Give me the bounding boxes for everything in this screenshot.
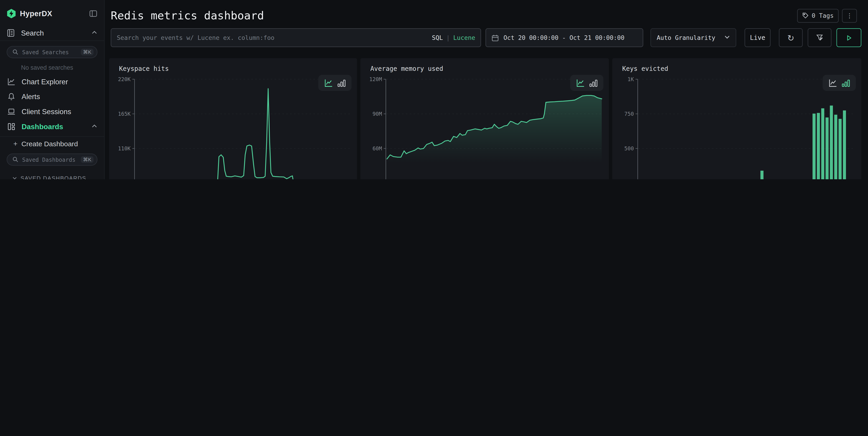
svg-text:120M: 120M xyxy=(369,76,382,82)
svg-text:750: 750 xyxy=(624,111,634,117)
lucene-mode-toggle[interactable]: Lucene xyxy=(453,34,475,41)
live-button[interactable]: Live xyxy=(745,28,771,47)
svg-text:165K: 165K xyxy=(118,111,131,117)
search-input[interactable]: Search your events w/ Lucene ex. column:… xyxy=(111,28,481,47)
section-label: SAVED DASHBOARDS xyxy=(21,175,86,179)
search-icon xyxy=(12,49,19,55)
granularity-value: Auto Granularity xyxy=(657,34,715,41)
line-chart-toggle-icon[interactable] xyxy=(324,78,333,87)
saved-searches-placeholder: Saved Searches xyxy=(22,49,69,55)
chart-plot: 120M90M60M30M0Oct 20 12:00:00 AM11:00:00… xyxy=(363,75,604,179)
page-title: Redis metrics dashboard xyxy=(111,9,264,22)
chart-panel: Average memory used 120M90M60M30M0Oct 20… xyxy=(360,58,609,179)
chart-title: Average memory used xyxy=(370,65,443,73)
sidebar: HyperDX Search Saved Searches ⌘K No save… xyxy=(0,0,105,179)
sidebar-collapse-icon[interactable] xyxy=(89,9,97,18)
filter-button[interactable] xyxy=(808,28,832,47)
bar-chart-toggle-icon[interactable] xyxy=(337,78,346,87)
chart-type-toggle[interactable] xyxy=(570,75,603,91)
laptop-icon xyxy=(7,108,16,116)
hyperdx-logo-icon xyxy=(7,9,16,18)
svg-text:90M: 90M xyxy=(373,111,382,117)
sidebar-item-label: Dashboards xyxy=(22,122,63,131)
saved-dashboards-input[interactable]: Saved Dashboards ⌘K xyxy=(7,153,97,166)
main-nav: Chart ExplorerAlertsClient SessionsDashb… xyxy=(0,74,104,134)
dashboard-grid: Keyspace hits 220K165K110K55K0Oct 20 12:… xyxy=(109,58,861,179)
svg-text:60M: 60M xyxy=(373,146,382,151)
play-icon xyxy=(845,34,852,41)
saved-searches-input[interactable]: Saved Searches ⌘K xyxy=(7,46,97,58)
chart-panel: Keyspace hits 220K165K110K55K0Oct 20 12:… xyxy=(109,58,357,179)
calendar-icon xyxy=(492,34,499,41)
create-dashboard-button[interactable]: + Create Dashboard xyxy=(0,137,104,151)
kbd-shortcut: ⌘K xyxy=(81,49,94,55)
mode-separator: | xyxy=(446,34,450,41)
sidebar-item-client-sessions[interactable]: Client Sessions xyxy=(0,104,104,119)
chart-title: Keyspace hits xyxy=(119,65,169,73)
chart-plot: 220K165K110K55K0Oct 20 12:00:00 AM11:00:… xyxy=(111,75,353,179)
chevron-down-icon xyxy=(724,34,730,41)
main-content: Redis metrics dashboard 0 Tags ⋮ Search … xyxy=(105,0,868,179)
create-dashboard-label: Create Dashboard xyxy=(21,140,78,148)
sidebar-item-alerts[interactable]: Alerts xyxy=(0,89,104,104)
chevron-up-icon[interactable] xyxy=(91,122,97,131)
logo-text: HyperDX xyxy=(20,9,52,18)
kebab-menu-button[interactable]: ⋮ xyxy=(842,9,857,23)
svg-text:500: 500 xyxy=(624,146,634,151)
bar-chart-toggle-icon[interactable] xyxy=(841,78,850,87)
search-placeholder: Search your events w/ Lucene ex. column:… xyxy=(117,34,275,41)
chart-type-toggle[interactable] xyxy=(823,75,856,91)
chart-title: Keys evicted xyxy=(622,65,668,73)
chevron-up-icon[interactable] xyxy=(91,28,97,37)
tag-icon xyxy=(802,12,809,19)
date-range-input[interactable]: Oct 20 00:00:00 - Oct 21 00:00:00 xyxy=(486,28,643,47)
dashboard-grid-icon xyxy=(7,122,16,131)
plus-icon: + xyxy=(13,140,17,148)
no-saved-searches-text: No saved searches xyxy=(0,63,104,74)
chart-plot: 1K7505002500Oct 20 12:00:00 AM11:00:00 A… xyxy=(615,75,856,179)
app-root: HyperDX Search Saved Searches ⌘K No save… xyxy=(0,0,868,179)
bell-icon xyxy=(7,92,16,101)
sidebar-item-dashboards[interactable]: Dashboards xyxy=(0,119,104,134)
refresh-icon: ↻ xyxy=(787,33,795,42)
section-saved-dashboards[interactable]: SAVED DASHBOARDS xyxy=(0,171,104,179)
search-icon xyxy=(12,156,19,163)
kebab-icon: ⋮ xyxy=(846,12,852,19)
svg-text:220K: 220K xyxy=(118,76,131,82)
toolbar: Search your events w/ Lucene ex. column:… xyxy=(109,28,861,47)
line-chart-toggle-icon[interactable] xyxy=(828,78,837,87)
sidebar-item-label: Chart Explorer xyxy=(22,78,68,86)
search-nav-label: Search xyxy=(21,28,44,37)
sidebar-item-label: Client Sessions xyxy=(22,108,71,116)
tags-button[interactable]: 0 Tags xyxy=(797,9,839,23)
saved-dashboards-placeholder: Saved Dashboards xyxy=(22,156,75,163)
chevron-down-icon xyxy=(12,176,17,179)
tags-label: 0 Tags xyxy=(812,12,834,19)
line-chart-toggle-icon[interactable] xyxy=(576,78,585,87)
sql-mode-toggle[interactable]: SQL xyxy=(432,34,443,41)
sidebar-item-chart-explorer[interactable]: Chart Explorer xyxy=(0,74,104,89)
svg-text:110K: 110K xyxy=(118,146,131,151)
refresh-button[interactable]: ↻ xyxy=(779,28,803,47)
play-button[interactable] xyxy=(836,28,861,47)
kbd-shortcut: ⌘K xyxy=(81,156,94,163)
bar-chart-toggle-icon[interactable] xyxy=(589,78,598,87)
sidebar-item-label: Alerts xyxy=(22,92,40,101)
svg-text:1K: 1K xyxy=(627,76,634,82)
logo-row: HyperDX xyxy=(0,0,104,25)
chart-line-icon xyxy=(7,78,16,86)
chart-type-toggle[interactable] xyxy=(318,75,352,91)
journal-icon xyxy=(7,25,15,40)
sidebar-item-search[interactable]: Search xyxy=(0,25,104,40)
granularity-select[interactable]: Auto Granularity xyxy=(651,28,737,47)
chart-panel: Keys evicted 1K7505002500Oct 20 12:00:00… xyxy=(612,58,861,179)
filter-edit-icon xyxy=(816,34,824,41)
divider xyxy=(0,40,104,41)
date-range-value: Oct 20 00:00:00 - Oct 21 00:00:00 xyxy=(503,34,624,41)
